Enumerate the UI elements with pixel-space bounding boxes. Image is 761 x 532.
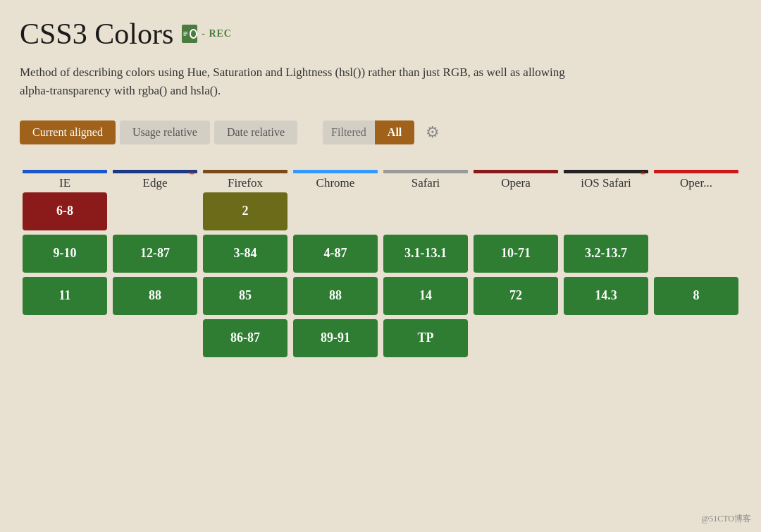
- asterisk-icon: *: [641, 170, 645, 181]
- settings-button[interactable]: ⚙: [426, 123, 440, 142]
- table-cell: 2: [200, 190, 290, 233]
- table-cell: 11: [20, 275, 110, 317]
- version-box: [474, 192, 558, 230]
- filter-label: Filtered: [323, 120, 375, 144]
- table-row: 6-82: [20, 190, 741, 233]
- version-box: [23, 319, 107, 357]
- table-cell: 4-87: [290, 233, 380, 275]
- table-cell: 9-10: [20, 233, 110, 275]
- table-row: 86-8789-91TP: [20, 317, 741, 359]
- table-cell: [471, 190, 561, 233]
- browser-header-opera: Opera: [471, 170, 561, 190]
- browser-header-firefox: Firefox: [200, 170, 290, 190]
- table-cell: 8: [651, 275, 741, 317]
- version-box: 10-71: [474, 235, 558, 273]
- browser-name-label: iOS Safari: [581, 176, 631, 190]
- table-row: 11888588147214.38: [20, 275, 741, 317]
- table-cell: 86-87: [200, 317, 290, 359]
- browser-header-row: IE*EdgeFirefoxChromeSafariOpera*iOS Safa…: [20, 170, 741, 190]
- version-box: 3-84: [203, 235, 287, 273]
- table-cell: 3.1-13.1: [380, 233, 471, 275]
- version-box: 12-87: [113, 235, 197, 273]
- browser-version-bar: [203, 170, 287, 173]
- browser-version-bar: [654, 170, 738, 173]
- tab-bar: Current aligned Usage relative Date rela…: [20, 120, 741, 144]
- filter-group: Filtered All: [323, 120, 414, 144]
- asterisk-icon: *: [190, 170, 194, 181]
- browser-name-label: IE: [59, 176, 70, 190]
- table-cell: 89-91: [290, 317, 380, 359]
- version-box: 86-87: [203, 319, 287, 357]
- browser-header-safari: Safari: [380, 170, 471, 190]
- version-box: [113, 319, 197, 357]
- table-cell: [20, 317, 110, 359]
- browser-name-label: Opera: [501, 176, 531, 190]
- version-box: [564, 192, 648, 230]
- table-cell: 12-87: [110, 233, 200, 275]
- version-box: 3.2-13.7: [564, 235, 648, 273]
- table-cell: [380, 190, 471, 233]
- table-cell: 88: [290, 275, 380, 317]
- version-box: 88: [113, 277, 197, 315]
- table-cell: 88: [110, 275, 200, 317]
- version-box: 9-10: [23, 235, 107, 273]
- table-cell: [110, 190, 200, 233]
- svg-rect-1: [184, 32, 188, 32]
- table-cell: 72: [471, 275, 561, 317]
- browser-header-edge: *Edge: [110, 170, 200, 190]
- version-box: [654, 235, 738, 273]
- version-box: [564, 319, 648, 357]
- version-box: 85: [203, 277, 287, 315]
- version-box: 8: [654, 277, 738, 315]
- version-box: 3.1-13.1: [383, 235, 468, 273]
- page-title: CSS3 Colors: [20, 17, 173, 51]
- table-cell: 3.2-13.7: [561, 233, 651, 275]
- version-box: 2: [203, 192, 287, 230]
- version-box: [654, 192, 738, 230]
- table-cell: [471, 317, 561, 359]
- tab-usage-relative[interactable]: Usage relative: [120, 120, 210, 144]
- browser-table: IE*EdgeFirefoxChromeSafariOpera*iOS Safa…: [20, 170, 741, 359]
- browser-version-bar: [23, 170, 107, 173]
- version-box: 89-91: [293, 319, 378, 357]
- version-box: TP: [383, 319, 468, 357]
- version-box: [113, 192, 197, 230]
- version-box: 88: [293, 277, 378, 315]
- gear-icon: ⚙: [426, 123, 440, 141]
- browser-version-bar: [113, 170, 197, 173]
- table-cell: 14.3: [561, 275, 651, 317]
- table-cell: [110, 317, 200, 359]
- table-cell: 3-84: [200, 233, 290, 275]
- tab-current-aligned[interactable]: Current aligned: [20, 120, 116, 144]
- table-cell: 10-71: [471, 233, 561, 275]
- browser-header-ios-safari: *iOS Safari: [561, 170, 651, 190]
- version-box: 72: [474, 277, 558, 315]
- page-header: CSS3 Colors - REC: [20, 17, 741, 51]
- version-box: 4-87: [293, 235, 378, 273]
- svg-rect-2: [184, 33, 188, 34]
- table-cell: TP: [380, 317, 471, 359]
- table-row: 9-1012-873-844-873.1-13.110-713.2-13.7: [20, 233, 741, 275]
- filter-all-button[interactable]: All: [375, 120, 414, 144]
- browser-header-oper...: Oper...: [651, 170, 741, 190]
- table-cell: 6-8: [20, 190, 110, 233]
- browser-name-label: Oper...: [680, 176, 712, 190]
- table-cell: [290, 190, 380, 233]
- browser-version-bar: [564, 170, 648, 173]
- browser-version-bar: [293, 170, 378, 173]
- browser-name-label: Edge: [143, 176, 168, 190]
- version-box: [383, 192, 468, 230]
- rec-label: - REC: [202, 28, 232, 39]
- browser-name-label: Chrome: [316, 176, 355, 190]
- tab-date-relative[interactable]: Date relative: [214, 120, 297, 144]
- rec-icon: [182, 25, 197, 43]
- version-box: 14.3: [564, 277, 648, 315]
- table-cell: [651, 317, 741, 359]
- watermark: @51CTO博客: [701, 513, 751, 525]
- browser-name-label: Firefox: [228, 176, 263, 190]
- rec-badge: - REC: [182, 25, 232, 43]
- browser-version-bar: [474, 170, 558, 173]
- browser-version-bar: [383, 170, 468, 173]
- table-body: 6-829-1012-873-844-873.1-13.110-713.2-13…: [20, 190, 741, 359]
- table-cell: 14: [380, 275, 471, 317]
